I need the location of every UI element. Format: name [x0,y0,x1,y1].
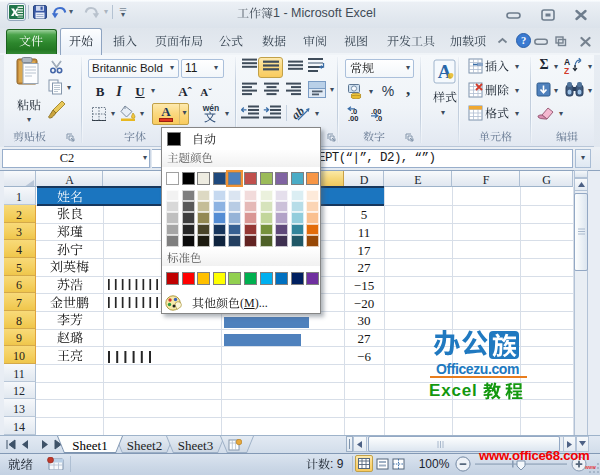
svg-text:?: ? [521,35,526,46]
svg-text:Z: Z [564,66,569,75]
svg-text:.00: .00 [348,114,358,122]
